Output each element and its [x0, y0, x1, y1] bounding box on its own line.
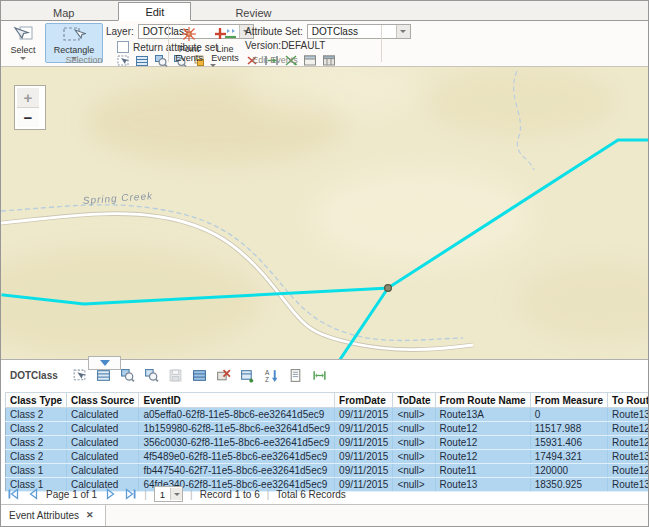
- table-cell[interactable]: 120000: [530, 464, 607, 478]
- first-page-icon[interactable]: [6, 488, 19, 501]
- selection-group-label: Selection: [1, 55, 167, 65]
- select-cursor-icon: [12, 26, 34, 45]
- ribbon-toolbar: Select Rectangle Layer: DOTClass Return …: [1, 21, 648, 67]
- table-cell[interactable]: <null>: [393, 464, 435, 478]
- tab-review[interactable]: Review: [209, 4, 297, 21]
- zoom-in-button[interactable]: +: [17, 88, 39, 108]
- table-cell[interactable]: Route13A: [435, 408, 530, 422]
- tab-map[interactable]: Map: [27, 4, 100, 21]
- table-row[interactable]: Class 2Calculated1b159980-62f8-11e5-8bc6…: [6, 422, 649, 436]
- table-cell[interactable]: Calculated: [67, 436, 139, 450]
- table-cell[interactable]: Class 1: [6, 464, 67, 478]
- table-cell[interactable]: Class 2: [6, 450, 67, 464]
- table-cell[interactable]: 11517.988: [530, 422, 607, 436]
- page-number-dropdown[interactable]: 1: [154, 486, 183, 502]
- collapse-panel-icon: [100, 360, 110, 366]
- zoom-out-button[interactable]: −: [17, 108, 39, 127]
- event-attributes-panel: DOTClass: [1, 359, 648, 506]
- column-header[interactable]: To Route Name: [608, 393, 649, 408]
- total-records-text: Total 6 Records: [276, 489, 345, 500]
- point-events-icon: [178, 26, 200, 44]
- attribute-set-label: Attribute Set:: [245, 26, 303, 37]
- close-icon[interactable]: ✕: [86, 511, 94, 520]
- table-cell[interactable]: Route12: [435, 450, 530, 464]
- table-cell[interactable]: Route13: [608, 450, 649, 464]
- ribbon-tabbar: Map Edit Review: [1, 1, 648, 21]
- table-cell[interactable]: Route13A: [608, 408, 649, 422]
- table-cell[interactable]: <null>: [393, 422, 435, 436]
- table-title: DOTClass: [10, 370, 58, 381]
- table-cell[interactable]: a05effa0-62f8-11e5-8bc6-ee32641d5ec9: [139, 408, 335, 422]
- table-cell[interactable]: 09/11/2015: [335, 464, 393, 478]
- layer-label: Layer:: [106, 26, 134, 37]
- delete-record-icon[interactable]: [216, 368, 231, 383]
- pagination-separator: |: [267, 489, 270, 500]
- fit-columns-icon[interactable]: [312, 368, 327, 383]
- map-canvas[interactable]: Spring Creek + −: [1, 67, 648, 359]
- return-attribute-set-checkbox[interactable]: [117, 41, 129, 53]
- zoom-to-selection-icon[interactable]: [120, 368, 135, 383]
- rectangle-select-icon: [62, 26, 86, 45]
- pan-to-selection-icon[interactable]: [144, 368, 159, 383]
- add-record-icon[interactable]: [240, 368, 255, 383]
- column-header[interactable]: From Measure: [530, 393, 607, 408]
- table-cell[interactable]: Class 2: [6, 408, 67, 422]
- table-cell[interactable]: <null>: [393, 408, 435, 422]
- table-cell[interactable]: Route11: [435, 464, 530, 478]
- save-edits-icon[interactable]: [168, 368, 183, 383]
- tab-event-attributes[interactable]: Event Attributes ✕: [1, 505, 106, 526]
- panel-collapse-button[interactable]: [88, 356, 121, 370]
- table-cell[interactable]: 15931.406: [530, 436, 607, 450]
- table-cell[interactable]: 09/11/2015: [335, 450, 393, 464]
- column-header[interactable]: FromDate: [335, 393, 393, 408]
- event-table-body: Class 2Calculateda05effa0-62f8-11e5-8bc6…: [6, 408, 649, 492]
- last-page-icon[interactable]: [124, 488, 137, 501]
- attribute-set-dropdown[interactable]: DOTClass: [307, 24, 411, 39]
- column-header[interactable]: Class Source: [67, 393, 139, 408]
- table-cell[interactable]: <null>: [393, 436, 435, 450]
- table-cell[interactable]: Route12: [608, 422, 649, 436]
- table-row[interactable]: Class 1Calculatedfb447540-62f7-11e5-8bc6…: [6, 464, 649, 478]
- table-cell[interactable]: Calculated: [67, 450, 139, 464]
- table-cell[interactable]: 0: [530, 408, 607, 422]
- table-cell[interactable]: 17494.321: [530, 450, 607, 464]
- table-cell[interactable]: 09/11/2015: [335, 408, 393, 422]
- table-cell[interactable]: 1b159980-62f8-11e5-8bc6-ee32641d5ec9: [139, 422, 335, 436]
- select-all-icon[interactable]: [192, 368, 207, 383]
- route-junction-marker[interactable]: [385, 285, 392, 292]
- table-cell[interactable]: Route12: [435, 436, 530, 450]
- report-icon[interactable]: [288, 368, 303, 383]
- record-range-text: Record 1 to 6: [200, 489, 260, 500]
- page-number-value: 1: [155, 489, 170, 500]
- table-cell[interactable]: Class 2: [6, 436, 67, 450]
- table-cell[interactable]: Calculated: [67, 408, 139, 422]
- table-cell[interactable]: Calculated: [67, 422, 139, 436]
- table-cell[interactable]: fb447540-62f7-11e5-8bc6-ee32641d5ec9: [139, 464, 335, 478]
- tab-edit[interactable]: Edit: [118, 2, 191, 21]
- table-row[interactable]: Class 2Calculateda05effa0-62f8-11e5-8bc6…: [6, 408, 649, 422]
- table-pagination: Page 1 of 1 | 1 | Record 1 to 6 | Total …: [6, 485, 644, 503]
- table-cell[interactable]: Class 2: [6, 422, 67, 436]
- sort-icon[interactable]: AZ: [264, 368, 279, 383]
- table-cell[interactable]: 356c0030-62f8-11e5-8bc6-ee32641d5ec9: [139, 436, 335, 450]
- line-events-icon: [213, 26, 237, 44]
- column-header[interactable]: From Route Name: [435, 393, 530, 408]
- table-cell[interactable]: 09/11/2015: [335, 436, 393, 450]
- previous-page-icon[interactable]: [26, 488, 39, 501]
- table-cell[interactable]: 4f5489e0-62f8-11e5-8bc6-ee32641d5ec9: [139, 450, 335, 464]
- column-header[interactable]: EventID: [139, 393, 335, 408]
- column-header[interactable]: ToDate: [393, 393, 435, 408]
- next-page-icon[interactable]: [104, 488, 117, 501]
- map-graphics: Spring Creek: [1, 67, 648, 359]
- table-row[interactable]: Class 2Calculated4f5489e0-62f8-11e5-8bc6…: [6, 450, 649, 464]
- table-cell[interactable]: Calculated: [67, 464, 139, 478]
- select-features-icon[interactable]: [72, 368, 87, 383]
- table-cell[interactable]: 09/11/2015: [335, 422, 393, 436]
- table-cell[interactable]: Route12: [608, 464, 649, 478]
- table-row[interactable]: Class 2Calculated356c0030-62f8-11e5-8bc6…: [6, 436, 649, 450]
- table-cell[interactable]: Route12: [608, 436, 649, 450]
- column-header[interactable]: Class Type: [6, 393, 67, 408]
- table-cell[interactable]: <null>: [393, 450, 435, 464]
- table-cell[interactable]: Route12: [435, 422, 530, 436]
- bottom-tab-label: Event Attributes: [9, 510, 79, 521]
